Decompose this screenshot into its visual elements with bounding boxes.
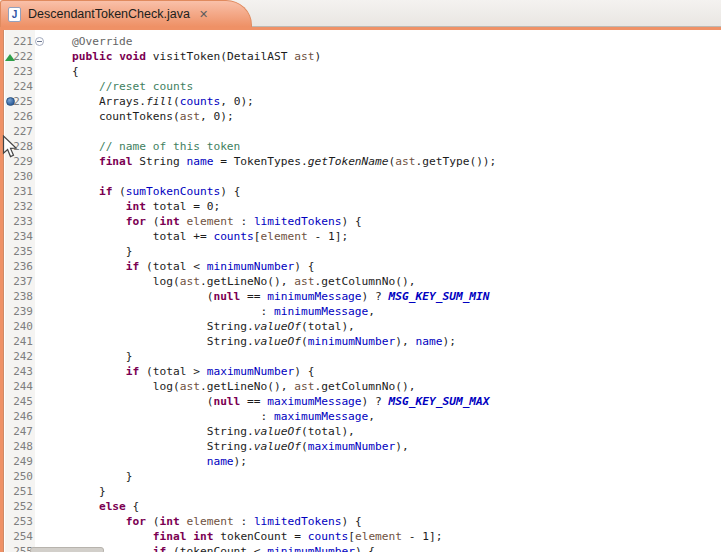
code-line[interactable]: log(ast.getLineNo(), ast.getColumnNo(),: [45, 274, 496, 289]
horizontal-scrollbar-thumb[interactable]: [30, 547, 104, 552]
annotation-ruler[interactable]: [5, 30, 16, 552]
code-line[interactable]: }: [45, 349, 496, 364]
code-line[interactable]: int total = 0;: [45, 199, 496, 214]
code-line[interactable]: String.valueOf(minimumNumber), name);: [45, 334, 496, 349]
code-line[interactable]: for (int element : limitedTokens) {: [45, 214, 496, 229]
code-line[interactable]: String.valueOf(total),: [45, 319, 496, 334]
java-file-icon: J: [8, 7, 21, 22]
tab-descendanttokencheck-java[interactable]: J DescendantTokenCheck.java ✕: [0, 0, 252, 27]
code-line[interactable]: if (total < minimumNumber) {: [45, 259, 496, 274]
editor-tab-bar: J DescendantTokenCheck.java ✕: [0, 0, 721, 27]
code-line[interactable]: }: [45, 469, 496, 484]
code-line[interactable]: (null == minimumMessage) ? MSG_KEY_SUM_M…: [45, 289, 496, 304]
code-line[interactable]: if (tokenCount < minimumNumber) {: [45, 544, 496, 552]
eclipse-editor-window: J DescendantTokenCheck.java ✕ 2202212222…: [0, 0, 721, 552]
code-line[interactable]: : maximumMessage,: [45, 409, 496, 424]
code-editor[interactable]: 2202212222232242252262272282292302312322…: [0, 30, 721, 552]
code-line[interactable]: total += counts[element - 1];: [45, 229, 496, 244]
fold-collapse-icon[interactable]: [35, 37, 44, 46]
tab-close-icon[interactable]: ✕: [199, 9, 208, 20]
code-line[interactable]: (null == maximumMessage) ? MSG_KEY_SUM_M…: [45, 394, 496, 409]
code-line[interactable]: if (total > maximumNumber) {: [45, 364, 496, 379]
code-line[interactable]: // name of this token: [45, 139, 496, 154]
code-line[interactable]: final String name = TokenTypes.getTokenN…: [45, 154, 496, 169]
code-line[interactable]: [45, 169, 496, 184]
code-line[interactable]: String.valueOf(maximumNumber),: [45, 439, 496, 454]
code-line[interactable]: @Override: [45, 34, 496, 49]
code-line[interactable]: log(ast.getLineNo(), ast.getColumnNo(),: [45, 379, 496, 394]
code-line[interactable]: public void visitToken(DetailAST ast): [45, 49, 496, 64]
tab-title: DescendantTokenCheck.java: [28, 7, 190, 21]
code-line[interactable]: countTokens(ast, 0);: [45, 109, 496, 124]
code-line[interactable]: final int tokenCount = counts[element - …: [45, 529, 496, 544]
code-line[interactable]: for (int element : limitedTokens) {: [45, 514, 496, 529]
active-part-left-border: [0, 30, 4, 552]
code-line[interactable]: //reset counts: [45, 79, 496, 94]
code-text-area[interactable]: @Override public void visitToken(DetailA…: [45, 30, 496, 552]
code-line[interactable]: if (sumTokenCounts) {: [45, 184, 496, 199]
code-line[interactable]: Arrays.fill(counts, 0);: [45, 94, 496, 109]
breakpoint-dot-icon[interactable]: [6, 97, 15, 106]
code-line[interactable]: [45, 124, 496, 139]
code-line[interactable]: String.valueOf(total),: [45, 424, 496, 439]
mouse-cursor-icon: [2, 135, 19, 159]
code-line[interactable]: }: [45, 244, 496, 259]
code-line[interactable]: : minimumMessage,: [45, 304, 496, 319]
code-line[interactable]: {: [45, 64, 496, 79]
override-indicator-triangle-icon: [5, 54, 15, 61]
code-line[interactable]: name);: [45, 454, 496, 469]
code-line[interactable]: else {: [45, 499, 496, 514]
code-line[interactable]: }: [45, 484, 496, 499]
